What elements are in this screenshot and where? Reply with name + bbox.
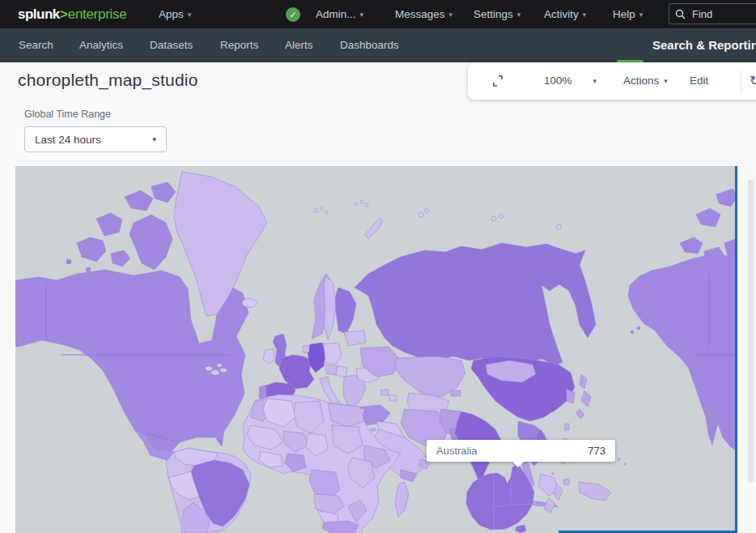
caret-down-icon: ▾ — [583, 11, 587, 19]
logo-product-text: enterprise — [68, 6, 127, 22]
map-tooltip: Australia 773 — [427, 440, 615, 462]
tab-dashboards[interactable]: Dashboards — [340, 28, 399, 62]
fullscreen-expand-icon[interactable] — [491, 74, 505, 88]
tab-datasets[interactable]: Datasets — [150, 28, 193, 62]
health-check-icon[interactable]: ✓ — [286, 7, 300, 22]
tooltip-pointer — [512, 462, 524, 467]
choropleth-map-panel[interactable] — [15, 166, 737, 533]
caret-down-icon: ▾ — [593, 77, 597, 85]
tab-reports[interactable]: Reports — [220, 28, 258, 62]
search-icon — [675, 9, 686, 19]
actions-menu-button[interactable]: Actions▾ — [623, 62, 668, 100]
find-search-input[interactable] — [690, 7, 750, 21]
time-range-label: Global Time Range — [24, 109, 111, 120]
caret-down-icon: ▾ — [639, 11, 643, 19]
viz-toolbar: 100%▾ Actions▾ Edit ↻ — [468, 62, 756, 100]
splunk-dashboard-screen: splunk>enterprise Apps▾ ✓ Admin...▾ Mess… — [0, 0, 756, 533]
zoom-level-dropdown[interactable]: 100%▾ — [544, 62, 597, 100]
logo-brand-text: splunk — [18, 6, 60, 22]
top-system-bar: splunk>enterprise Apps▾ ✓ Admin...▾ Mess… — [0, 0, 756, 28]
page-title: choropleth_map_studio — [18, 70, 198, 90]
user-menu[interactable]: Admin...▾ — [316, 0, 363, 28]
page-scrollbar-thumb[interactable] — [748, 180, 754, 483]
refresh-icon[interactable]: ↻ — [750, 62, 756, 100]
app-nav-bar: Search Analytics Datasets Reports Alerts… — [0, 28, 756, 62]
panel-selection-border-right — [735, 166, 737, 533]
caret-down-icon: ▾ — [152, 135, 156, 143]
tab-alerts[interactable]: Alerts — [285, 28, 313, 62]
apps-menu[interactable]: Apps▾ — [159, 0, 191, 28]
caret-down-icon: ▾ — [449, 11, 453, 19]
caret-down-icon: ▾ — [517, 11, 521, 19]
find-search-box[interactable] — [669, 3, 756, 24]
tab-search[interactable]: Search — [19, 28, 53, 62]
activity-menu[interactable]: Activity▾ — [544, 0, 586, 28]
world-map[interactable] — [15, 166, 737, 533]
toolbar-divider — [741, 70, 741, 92]
tooltip-country-label: Australia — [436, 445, 478, 457]
edit-button[interactable]: Edit — [690, 62, 708, 100]
splunk-logo[interactable]: splunk>enterprise — [18, 0, 126, 28]
tooltip-value: 773 — [588, 445, 605, 457]
time-range-dropdown[interactable]: Last 24 hours ▾ — [24, 126, 167, 152]
caret-down-icon: ▾ — [360, 11, 364, 19]
help-menu[interactable]: Help▾ — [613, 0, 643, 28]
tab-analytics[interactable]: Analytics — [79, 28, 123, 62]
messages-menu[interactable]: Messages▾ — [395, 0, 452, 28]
caret-down-icon: ▾ — [188, 11, 192, 19]
logo-separator: > — [60, 6, 68, 22]
caret-down-icon: ▾ — [664, 77, 668, 85]
settings-menu[interactable]: Settings▾ — [474, 0, 520, 28]
app-name-label[interactable]: Search & Reporting — [652, 28, 756, 62]
